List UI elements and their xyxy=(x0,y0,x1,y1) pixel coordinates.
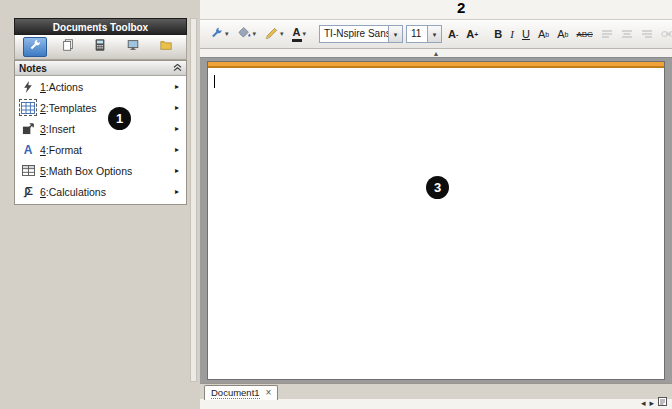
menu-item-label: 2:Templates xyxy=(40,102,97,114)
menu-item-math-box-options[interactable]: 5:Math Box Options ▸ xyxy=(15,160,186,181)
letter-a-icon: A xyxy=(19,141,37,158)
submenu-arrow-icon: ▸ xyxy=(175,166,179,175)
wrench-icon xyxy=(28,38,42,56)
chevron-down-icon[interactable]: ▾ xyxy=(428,25,442,43)
callout-1: 1 xyxy=(108,107,131,130)
align-right-button xyxy=(638,24,656,44)
submenu-arrow-icon: ▸ xyxy=(175,145,179,154)
submenu-arrow-icon: ▸ xyxy=(175,124,179,133)
decrease-font-size-button[interactable]: A- xyxy=(445,24,461,44)
document-tab-strip: Document1 × xyxy=(200,383,672,399)
insert-icon xyxy=(19,120,37,137)
menu-item-label: 6:Calculations xyxy=(40,186,106,198)
toolbox-tab-utilities[interactable] xyxy=(154,37,178,57)
grid-icon xyxy=(19,99,37,116)
subscript-button[interactable]: Ab xyxy=(554,24,571,44)
menu-item-format[interactable]: A 4:Format ▸ xyxy=(15,139,186,160)
menu-item-calculations[interactable]: ∫Σ 6:Calculations ▸ xyxy=(15,181,186,202)
underline-button[interactable]: U xyxy=(519,24,533,44)
bold-button[interactable]: B xyxy=(491,24,505,44)
formatting-toolbar: ▾ ▾ ▾ A ▾ TI-Nspire Sans ▾ 11 ▾ A xyxy=(200,19,672,49)
lightning-icon xyxy=(19,78,37,95)
document-tab-label: Document1 xyxy=(211,387,260,399)
documents-toolbox-title: Documents Toolbox xyxy=(14,18,187,35)
document-page[interactable] xyxy=(207,61,665,380)
submenu-arrow-icon: ▸ xyxy=(175,82,179,91)
font-family-select[interactable]: TI-Nspire Sans ▾ xyxy=(319,25,403,43)
chevron-down-icon: ▾ xyxy=(280,30,284,38)
document-tab[interactable]: Document1 × xyxy=(204,385,278,400)
callout-3: 3 xyxy=(426,176,449,199)
previous-page-icon[interactable]: ◂ xyxy=(641,398,646,408)
folder-icon xyxy=(159,38,173,56)
line-color-button[interactable]: ▾ xyxy=(261,24,287,44)
superscript-button[interactable]: Ab xyxy=(535,24,552,44)
link-icon xyxy=(658,24,672,44)
wrench-icon xyxy=(209,26,224,42)
next-page-icon[interactable]: ▸ xyxy=(649,398,654,408)
menu-item-label: 5:Math Box Options xyxy=(40,165,132,177)
collapse-panel-icon[interactable] xyxy=(173,63,182,74)
text-color-button[interactable]: A ▾ xyxy=(289,24,309,44)
tools-menu-button[interactable]: ▾ xyxy=(206,24,232,44)
page-navigation: ◂ ▸ xyxy=(641,397,667,408)
menu-item-actions[interactable]: 1:Actions ▸ xyxy=(15,76,186,97)
notes-panel-header[interactable]: Notes xyxy=(15,61,186,76)
notes-panel-title: Notes xyxy=(19,63,47,74)
submenu-arrow-icon: ▸ xyxy=(175,103,179,112)
panel-splitter[interactable] xyxy=(190,18,197,382)
font-size-select[interactable]: 11 ▾ xyxy=(406,25,442,43)
toolbox-tab-smartview[interactable] xyxy=(88,37,112,57)
toolbox-tab-bar xyxy=(14,35,187,60)
chevron-down-icon: ▾ xyxy=(253,30,257,38)
disabled-tool-group xyxy=(598,24,672,44)
calculator-icon xyxy=(93,38,107,56)
menu-item-templates[interactable]: 2:Templates ▸ xyxy=(15,97,186,118)
integral-sigma-icon: ∫Σ xyxy=(19,183,37,200)
callout-2: 2 xyxy=(457,0,465,16)
close-icon[interactable]: × xyxy=(266,388,272,398)
chevron-down-icon[interactable]: ▾ xyxy=(389,25,403,43)
text-cursor xyxy=(214,75,215,88)
increase-font-size-button[interactable]: A+ xyxy=(463,24,481,44)
menu-item-label: 3:Insert xyxy=(40,123,75,135)
toolbox-tab-content-explorer[interactable] xyxy=(121,37,145,57)
menu-item-insert[interactable]: 3:Insert ▸ xyxy=(15,118,186,139)
font-family-value: TI-Nspire Sans xyxy=(319,25,389,43)
page-sorter-icon[interactable] xyxy=(658,397,667,408)
toolbar-collapse-handle[interactable]: ▲ xyxy=(433,50,440,57)
text-color-icon: A xyxy=(292,26,302,41)
workspace: ▾ ▾ ▾ A ▾ TI-Nspire Sans ▾ 11 ▾ A xyxy=(200,0,672,409)
italic-button[interactable]: I xyxy=(507,24,517,44)
font-size-value: 11 xyxy=(406,25,428,43)
document-background xyxy=(200,57,672,383)
paint-bucket-icon xyxy=(237,26,252,42)
align-center-button xyxy=(618,24,636,44)
pencil-icon xyxy=(264,26,279,42)
align-left-button xyxy=(598,24,616,44)
chevron-down-icon: ▾ xyxy=(225,30,229,38)
strikethrough-button[interactable]: ABC xyxy=(573,24,595,44)
toolbox-tab-page-sorter[interactable] xyxy=(56,37,80,57)
menu-item-label: 4:Format xyxy=(40,144,82,156)
math-box-icon xyxy=(19,162,37,179)
fill-color-button[interactable]: ▾ xyxy=(234,24,260,44)
notes-panel: Notes 1:Actions ▸ 2:Templates ▸ 3:Insert… xyxy=(14,60,187,205)
toolbox-tab-document-tools[interactable] xyxy=(23,37,47,57)
submenu-arrow-icon: ▸ xyxy=(175,187,179,196)
page-accent-bar xyxy=(208,62,664,68)
pages-icon xyxy=(61,38,75,56)
monitor-icon xyxy=(126,38,140,56)
menu-item-label: 1:Actions xyxy=(40,81,83,93)
chevron-down-icon: ▾ xyxy=(303,30,307,38)
